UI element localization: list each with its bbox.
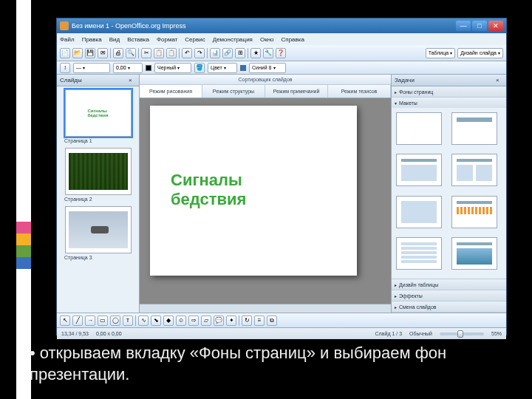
open-icon[interactable]: 📂	[72, 48, 83, 58]
fill-color-dropdown[interactable]: Синий 8▾	[249, 63, 286, 73]
task-section-effects[interactable]: ▸Эффекты	[392, 290, 506, 301]
menu-insert[interactable]: Вставка	[127, 36, 149, 43]
line-width-dropdown[interactable]: 0,00▾	[113, 63, 143, 73]
slide-design-button[interactable]: Дизайн слайда▾	[457, 48, 503, 58]
mail-icon[interactable]: ✉	[98, 48, 108, 58]
tab-drawing[interactable]: Режим рисования	[140, 85, 202, 98]
task-section-layouts[interactable]: ▾Макеты	[392, 98, 506, 108]
bullet-icon: •	[30, 344, 35, 362]
line-style-dropdown[interactable]: —▾	[73, 63, 110, 73]
arrange-icon[interactable]: ⧉	[267, 316, 277, 326]
menu-edit[interactable]: Правка	[82, 36, 102, 43]
fill-icon[interactable]: 🪣	[194, 63, 205, 73]
status-size: 0,00 x 0,00	[96, 331, 122, 336]
chart-icon[interactable]: 📊	[210, 48, 220, 58]
slide-title-text[interactable]: Сигналыбедствия	[171, 171, 246, 210]
slide-thumb-3[interactable]	[65, 206, 132, 253]
pointer-icon[interactable]: ↖	[60, 316, 70, 326]
help-icon[interactable]: ❓	[276, 48, 286, 58]
paste-icon[interactable]: 📋	[166, 48, 177, 58]
wrench-icon[interactable]: 🔧	[263, 48, 273, 58]
helicopter-image	[69, 211, 128, 248]
menu-view[interactable]: Вид	[109, 36, 120, 43]
save-icon[interactable]: 💾	[85, 48, 95, 58]
task-section-table-design[interactable]: ▸Дизайн таблицы	[392, 279, 506, 290]
cut-icon[interactable]: ✂	[141, 48, 151, 58]
tasks-panel-header: Задачи ×	[392, 75, 506, 86]
line-color-swatch[interactable]	[146, 65, 151, 71]
align-icon[interactable]: ≡	[254, 316, 265, 326]
copy-icon[interactable]: 📋	[154, 48, 164, 58]
menu-window[interactable]: Окно	[260, 36, 274, 43]
task-section-backgrounds[interactable]: ▸Фоны страниц	[392, 86, 506, 97]
layout-thumb[interactable]	[451, 112, 497, 145]
flowchart-icon[interactable]: ▱	[201, 316, 211, 326]
menu-format[interactable]: Формат	[157, 36, 177, 43]
block-arrow-icon[interactable]: ⇨	[188, 316, 199, 326]
layout-thumb[interactable]	[451, 237, 497, 270]
layout-thumb[interactable]	[451, 154, 497, 186]
grid-icon[interactable]: ⊞	[235, 48, 245, 58]
link-icon[interactable]: 🔗	[222, 48, 233, 58]
layout-thumb[interactable]	[396, 112, 442, 145]
arrow-icon[interactable]: ↕	[60, 63, 70, 73]
slide-thumb-1[interactable]: Сигналыбедствия	[65, 89, 132, 137]
preview-icon[interactable]: 🔍	[126, 48, 136, 58]
slide-canvas[interactable]: Сигналыбедствия	[150, 106, 357, 276]
task-section-transition[interactable]: ▸Смена слайдов	[392, 301, 506, 312]
redo-icon[interactable]: ↷	[194, 48, 205, 58]
maximize-button[interactable]: □	[472, 21, 487, 31]
statusbar: 13,34 / 9,53 0,00 x 0,00 Слайд 1 / 3 Обы…	[57, 327, 506, 339]
fill-color-swatch[interactable]	[240, 65, 246, 71]
tasks-panel-close-icon[interactable]: ×	[496, 77, 503, 84]
line-icon[interactable]: ╱	[72, 316, 83, 326]
slides-panel-header: Слайды ×	[57, 75, 139, 86]
close-button[interactable]: ✕	[488, 21, 503, 31]
curve-icon[interactable]: ∿	[138, 316, 149, 326]
minimize-button[interactable]: —	[456, 21, 471, 31]
fill-type-dropdown[interactable]: Цвет▾	[208, 63, 237, 73]
menu-file[interactable]: Файл	[60, 36, 75, 43]
tab-notes[interactable]: Режим примечаний	[265, 85, 328, 98]
undo-icon[interactable]: ↶	[182, 48, 192, 58]
star-icon[interactable]: ★	[250, 48, 261, 58]
layout-thumb[interactable]	[396, 154, 442, 186]
symbol-icon[interactable]: ☺	[176, 316, 186, 326]
decorative-color-strip	[16, 0, 31, 399]
caption-text: открываем вкладку «Фоны страниц» и выбир…	[30, 344, 446, 383]
rect-icon[interactable]: ▭	[98, 316, 108, 326]
line-color-dropdown[interactable]: Черный▾	[154, 63, 191, 73]
tab-outline[interactable]: Режим структуры	[202, 85, 265, 98]
layout-thumb[interactable]	[451, 196, 497, 228]
callout-icon[interactable]: 💬	[214, 316, 224, 326]
presentation-slide: Без имени 1 - OpenOffice.org Impress — □…	[0, 0, 532, 399]
connector-icon[interactable]: ⬊	[151, 316, 161, 326]
zoom-slider[interactable]	[440, 332, 484, 335]
menu-slideshow[interactable]: Демонстрация	[213, 36, 253, 43]
slide-thumb-2[interactable]	[65, 148, 132, 195]
text-icon[interactable]: T	[123, 316, 133, 326]
app-window: Без имени 1 - OpenOffice.org Impress — □…	[56, 18, 507, 335]
ellipse-icon[interactable]: ◯	[110, 316, 120, 326]
titlebar: Без имени 1 - OpenOffice.org Impress — □…	[57, 18, 506, 33]
table-button[interactable]: Таблица▾	[426, 48, 455, 58]
arrow-line-icon[interactable]: →	[85, 316, 95, 326]
rotate-icon[interactable]: ↻	[242, 316, 252, 326]
layout-thumb[interactable]	[396, 237, 442, 270]
shapes-icon[interactable]: ◆	[163, 316, 174, 326]
layout-thumb[interactable]	[396, 196, 442, 228]
slides-panel-close-icon[interactable]: ×	[129, 77, 136, 84]
slide-thumbnails[interactable]: Сигналыбедствия Страница 1 Страница 2 Ст…	[57, 86, 139, 313]
print-icon[interactable]: 🖨	[113, 48, 123, 58]
new-doc-icon[interactable]: 📄	[60, 48, 70, 58]
menu-tools[interactable]: Сервис	[185, 36, 205, 43]
workarea: Слайды × Сигналыбедствия Страница 1 Стра…	[57, 75, 506, 313]
stars-icon[interactable]: ✦	[226, 316, 236, 326]
app-icon	[60, 21, 69, 30]
slides-panel: Слайды × Сигналыбедствия Страница 1 Стра…	[57, 75, 140, 313]
slide-editor[interactable]: Сигналыбедствия	[140, 98, 391, 304]
main-toolbar: 📄 📂 💾 ✉ 🖨 🔍 ✂ 📋 📋 ↶ ↷ 📊 🔗 ⊞ ★ 🔧 ❓ Таблиц…	[57, 45, 506, 61]
tab-handout[interactable]: Режим тезисов	[328, 85, 391, 98]
menu-help[interactable]: Справка	[282, 36, 304, 43]
horizontal-scrollbar[interactable]	[140, 304, 391, 313]
